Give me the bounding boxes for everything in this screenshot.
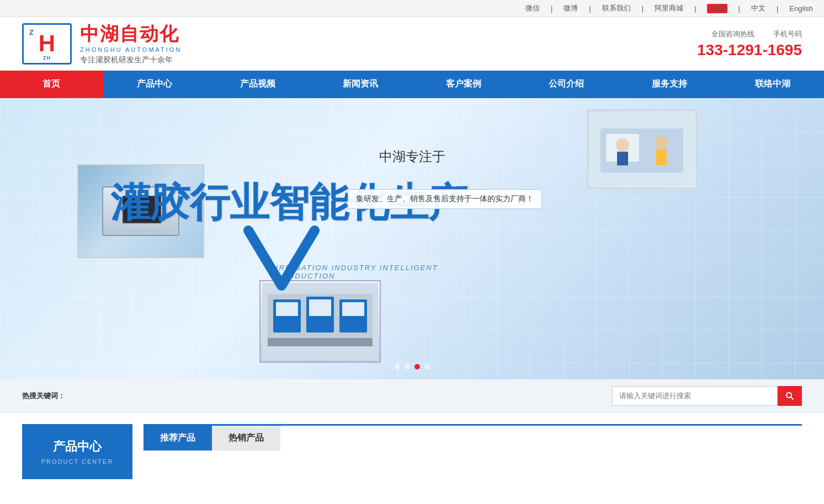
tab-recommended[interactable]: 推荐产品	[143, 426, 212, 451]
topbar-weixin[interactable]: 微信	[525, 3, 540, 13]
hero-chevron-icon	[232, 219, 331, 330]
search-right	[612, 386, 802, 406]
company-name-en: ZHONGHU AUTOMATION	[80, 46, 182, 53]
logo-z: Z	[29, 28, 34, 36]
hero-dots	[0, 364, 824, 369]
svg-point-5	[655, 136, 668, 149]
topbar-weibo[interactable]: 微博	[563, 3, 578, 13]
hero-content: 中湖专注于 灌胶行业智能化生产 集研发、生产、销售及售后支持于一体的实力厂商！ …	[0, 98, 824, 379]
hero-dot-1[interactable]	[395, 364, 400, 369]
hero-title: 中湖专注于	[0, 148, 824, 165]
header: Z H ZH 中湖自动化 ZHONGHU AUTOMATION 专注灌胶机研发生…	[0, 17, 824, 71]
logo-box: Z H ZH	[22, 23, 72, 65]
hero-dot-3[interactable]	[414, 364, 420, 369]
logo-area: Z H ZH 中湖自动化 ZHONGHU AUTOMATION 专注灌胶机研发生…	[22, 23, 182, 65]
yiyou-badge[interactable]: 1信息	[707, 4, 727, 13]
company-slogan: 专注灌胶机研发生产十余年	[80, 55, 182, 65]
topbar-contact[interactable]: 联系我们	[602, 3, 631, 13]
nav-contact-us[interactable]: 联络中湖	[721, 71, 824, 98]
hot-keywords: 热搜关键词：	[22, 391, 65, 401]
svg-line-17	[791, 397, 793, 399]
nav-videos[interactable]: 产品视频	[206, 71, 309, 98]
logo-h: H	[39, 32, 55, 55]
product-center-title: 产品中心	[53, 438, 102, 455]
nav-products[interactable]: 产品中心	[103, 71, 206, 98]
hot-keywords-label: 热搜关键词：	[22, 391, 65, 401]
phone-label: 手机号码	[773, 30, 802, 38]
search-icon	[785, 392, 794, 400]
topbar-english[interactable]: English	[789, 4, 813, 13]
bottom-section: 产品中心 PRODUCT CENTER 推荐产品 热销产品	[0, 413, 824, 490]
logo-zh-text: ZH	[43, 55, 51, 61]
product-center-en: PRODUCT CENTER	[41, 458, 113, 465]
svg-rect-15	[342, 302, 364, 316]
phone-number: 133-1291-1695	[697, 41, 802, 59]
topbar-chinese[interactable]: 中文	[751, 3, 765, 13]
tab-bestseller[interactable]: 热销产品	[212, 426, 280, 451]
svg-rect-12	[268, 338, 373, 346]
nav-home[interactable]: 首页	[0, 71, 103, 98]
nav-service[interactable]: 服务支持	[618, 71, 721, 98]
company-name: 中湖自动化	[80, 23, 182, 45]
hotline-label: 全国咨询热线	[711, 30, 754, 38]
product-center-box: 产品中心 PRODUCT CENTER	[22, 424, 132, 479]
hero-banner: 中湖专注于 灌胶行业智能化生产 集研发、生产、销售及售后支持于一体的实力厂商！ …	[0, 98, 824, 379]
search-input[interactable]	[612, 386, 778, 406]
search-bar: 热搜关键词：	[0, 379, 824, 413]
top-bar: 微信 | 微博 | 联系我们 | 阿里商城 | 1信息 | 中文 | Engli…	[0, 0, 824, 17]
logo-text-area: 中湖自动化 ZHONGHU AUTOMATION 专注灌胶机研发生产十余年	[80, 23, 182, 65]
search-button[interactable]	[778, 386, 802, 406]
hero-sub-badge: 集研发、生产、销售及售后支持于一体的实力厂商！	[348, 189, 542, 209]
topbar-alibaba[interactable]: 阿里商城	[655, 3, 683, 13]
hero-dot-4[interactable]	[424, 364, 430, 369]
product-tabs-area: 推荐产品 热销产品	[143, 424, 802, 451]
nav-cases[interactable]: 客户案例	[412, 71, 515, 98]
hero-dot-2[interactable]	[405, 364, 410, 369]
contact-area: 全国咨询热线 手机号码 133-1291-1695	[697, 29, 802, 59]
product-tabs: 推荐产品 热销产品	[143, 426, 802, 451]
nav-about[interactable]: 公司介绍	[515, 71, 618, 98]
nav-news[interactable]: 新闻资讯	[309, 71, 412, 98]
nav-bar: 首页 产品中心 产品视频 新闻资讯 客户案例 公司介绍 服务支持 联络中湖	[0, 71, 824, 98]
